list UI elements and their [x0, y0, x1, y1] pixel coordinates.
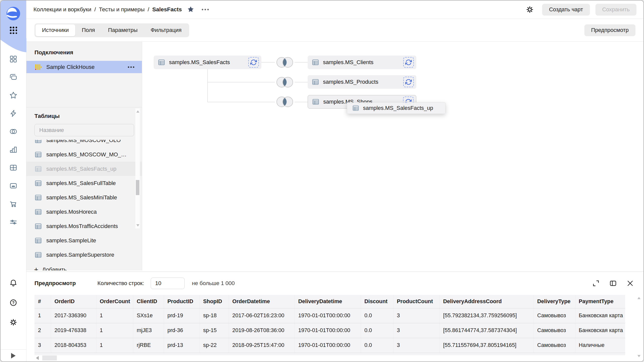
datasets-venn-icon[interactable] — [9, 127, 18, 136]
scroll-up-icon[interactable] — [136, 110, 139, 113]
tab-sources[interactable]: Источники — [35, 24, 75, 36]
table-list-item[interactable]: samples.MS_MOSCOW_MO_G… — [26, 147, 142, 162]
preview-data-row: 32018-8043531rjRBEprd-13sp-222018-09-25T… — [34, 338, 625, 353]
preview-cell: 0.0 — [361, 308, 393, 323]
refresh-icon — [250, 59, 257, 66]
preview-cell: 0.0 — [361, 323, 393, 338]
tab-fields[interactable]: Поля — [75, 24, 101, 36]
connection-name: Sample ClickHouse — [46, 64, 95, 70]
table-list-item[interactable]: samples.SampleSuperstore — [26, 248, 142, 262]
connection-item-selected[interactable]: Sample ClickHouse — [26, 61, 142, 73]
split-view-icon[interactable] — [609, 280, 617, 287]
dataset-settings-gear-icon[interactable] — [526, 5, 534, 14]
preview-cell: 1 — [96, 338, 133, 353]
preview-cell: rjRBE — [133, 338, 164, 353]
expand-arrow-icon — [11, 353, 16, 358]
source-node-products[interactable]: samples.MS_Products — [308, 75, 416, 89]
clickhouse-logo-icon — [34, 63, 42, 71]
sources-content: Подключения Sample ClickHouse — [26, 42, 643, 270]
preview-cell: 1970-01-01T00:00:00 — [295, 323, 361, 338]
connections-lightning-icon[interactable] — [9, 109, 18, 118]
preview-cell: [55.792382134,37.759256095] — [439, 308, 534, 323]
column-header: Discount — [361, 295, 393, 308]
tab-parameters[interactable]: Параметры — [102, 24, 144, 36]
favorite-star-icon[interactable] — [187, 6, 194, 13]
breadcrumb-dataset-name: SalesFacts — [152, 6, 182, 13]
tab-filtration[interactable]: Фильтрация — [144, 24, 188, 36]
table-list-item[interactable]: samples.MS_MOSCOW_OLO — [26, 140, 142, 147]
rail-expand-control[interactable] — [1, 349, 26, 361]
join-canvas[interactable]: samples.MS_SalesFacts — [142, 42, 643, 270]
table-list-item: samples.MS_SalesFacts_up — [26, 162, 142, 176]
maximize-icon[interactable] — [592, 280, 600, 287]
marketplace-cart-icon[interactable] — [9, 200, 18, 208]
more-actions-icon[interactable] — [201, 8, 210, 11]
horizontal-scrollbar[interactable] — [34, 355, 644, 361]
preview-toggle-button[interactable]: Предпросмотр — [584, 24, 635, 36]
preview-cell: 2018-804353 — [51, 338, 96, 353]
source-node-salesfacts[interactable]: samples.MS_SalesFacts — [154, 56, 261, 69]
collections-icon[interactable] — [9, 73, 18, 81]
table-icon — [34, 179, 42, 187]
table-icon — [34, 151, 42, 158]
table-icon — [34, 165, 42, 173]
preview-cell: 3 — [393, 323, 439, 338]
column-header: DeliveryDatetime — [295, 295, 361, 308]
preview-cell: sp-22 — [199, 338, 229, 353]
help-icon[interactable]: ? — [9, 298, 18, 307]
join-venn-icon[interactable] — [275, 96, 295, 108]
save-button[interactable]: Сохранить — [595, 4, 636, 16]
preview-vertical-scrollbar[interactable] — [637, 297, 641, 357]
table-search-input[interactable] — [34, 124, 134, 136]
table-list-item[interactable]: samples.MS_SalesFullTable — [26, 176, 142, 190]
preview-cell: prd-19 — [164, 308, 199, 323]
join-venn-icon[interactable] — [275, 57, 295, 68]
table-list-item[interactable]: samples.MosHoreca — [26, 205, 142, 219]
scrollbar-thumb[interactable] — [136, 180, 139, 195]
refresh-source-button[interactable] — [403, 77, 414, 87]
left-rail: ? — [1, 1, 26, 361]
scroll-up-icon[interactable] — [637, 297, 640, 299]
top-bar-actions: Создать чарт Сохранить — [526, 4, 636, 16]
table-list-item[interactable]: samples.MosTrafficAccidents — [26, 219, 142, 233]
connection-menu-icon[interactable] — [127, 66, 135, 68]
preview-cell: 2017-06-02T16:23:00 — [229, 308, 295, 323]
row-count-input[interactable] — [151, 278, 185, 289]
add-table-button[interactable]: + Добавить — [26, 262, 142, 270]
preview-table-wrap: #OrderIDOrderCountClientIDProductIDShopI… — [34, 295, 625, 353]
files-folder-icon[interactable] — [9, 182, 18, 190]
join-venn-icon[interactable] — [275, 76, 295, 88]
app-window: ? Коллекции и воркбуки / Тесты и примеры… — [0, 0, 644, 362]
scroll-down-icon[interactable] — [136, 224, 139, 227]
charts-bar-icon[interactable] — [9, 145, 18, 154]
breadcrumb-separator: / — [148, 6, 149, 13]
services-sliders-icon[interactable] — [9, 218, 18, 226]
hscrollbar-thumb[interactable] — [42, 355, 57, 360]
scroll-down-icon[interactable] — [637, 355, 640, 357]
drag-ghost-label: samples.MS_SalesFacts_up — [363, 105, 433, 111]
breadcrumb-workbook[interactable]: Тесты и примеры — [99, 6, 145, 13]
datalens-logo-icon[interactable] — [6, 7, 20, 21]
breadcrumb-collections[interactable]: Коллекции и воркбуки — [33, 6, 91, 13]
close-icon[interactable] — [626, 280, 634, 287]
apps-menu-icon[interactable] — [10, 27, 17, 34]
dashboards-table-icon[interactable] — [9, 163, 18, 172]
preview-cell: 2017-336390 — [51, 308, 96, 323]
favorites-star-icon[interactable] — [9, 91, 18, 100]
table-list-item[interactable]: samples.SampleLite — [26, 233, 142, 248]
column-header: DeliveryAddressCoord — [439, 295, 534, 308]
table-list-item[interactable]: samples.MS_SalesMiniTable — [26, 190, 142, 205]
source-node-clients[interactable]: samples.MS_Clients — [308, 56, 416, 69]
preview-header-row: #OrderIDOrderCountClientIDProductIDShopI… — [34, 295, 625, 308]
create-chart-button[interactable]: Создать чарт — [542, 4, 590, 16]
refresh-source-button[interactable] — [403, 57, 414, 68]
tables-scrollbar[interactable] — [135, 108, 140, 229]
settings-gear-icon[interactable] — [9, 318, 18, 327]
preview-cell: 1970-01-01T00:00:00 — [295, 308, 361, 323]
table-icon — [34, 222, 42, 230]
scroll-left-icon[interactable] — [36, 356, 39, 360]
column-header: OrderDatetime — [229, 295, 295, 308]
notifications-bell-icon[interactable] — [9, 279, 18, 287]
refresh-source-button[interactable] — [248, 57, 259, 68]
workbooks-grid-icon[interactable] — [9, 55, 18, 63]
